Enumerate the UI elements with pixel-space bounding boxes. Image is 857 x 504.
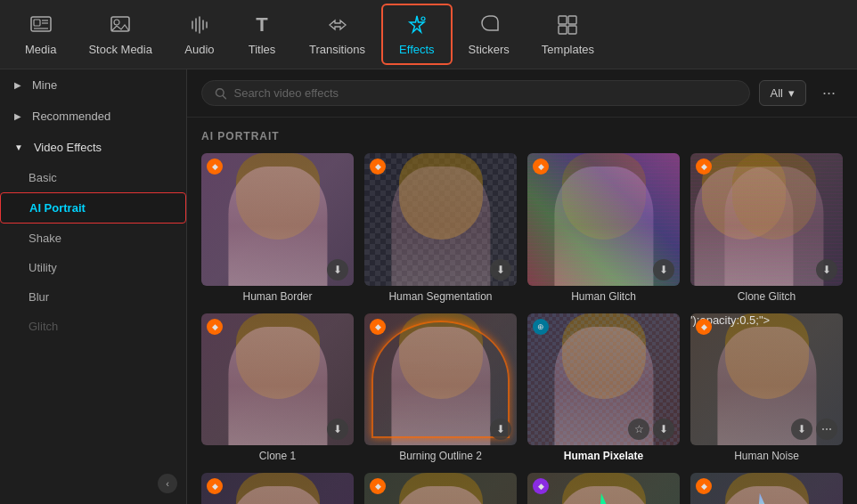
svg-rect-1 (34, 20, 40, 26)
filter-label: All (771, 86, 783, 100)
effect-name-clone-1: Clone 1 (201, 450, 354, 462)
effect-thumb-lightning-flash-1: ◆ ⬇ (527, 473, 680, 504)
more-options-button[interactable]: ··· (815, 80, 843, 106)
sidebar-item-video-effects[interactable]: ▼ Video Effects (0, 132, 186, 163)
nav-label-templates: Templates (542, 43, 594, 56)
nav-label-media: Media (25, 43, 56, 56)
effect-card-lightning-flash-1[interactable]: ◆ ⬇ Lightning Flash 1 (527, 473, 680, 504)
search-input[interactable] (233, 86, 736, 100)
nav-item-templates[interactable]: Templates (526, 5, 610, 63)
effect-badge-human-noise: ◆ (696, 319, 712, 335)
search-bar: All ▾ ··· (187, 69, 857, 118)
titles-icon: T (249, 12, 274, 37)
svg-point-7 (421, 17, 425, 20)
stock-media-icon (108, 12, 133, 37)
download-btn-human-glitch[interactable]: ⬇ (653, 259, 674, 280)
nav-item-stickers[interactable]: Stickers (453, 5, 526, 63)
svg-rect-9 (568, 16, 576, 24)
svg-rect-8 (559, 16, 567, 24)
sidebar-label-utility: Utility (29, 261, 57, 274)
effect-card-human-border[interactable]: ◆ ⬇ Human Border (201, 153, 354, 303)
content-area: All ▾ ··· AI PORTRAIT ◆ ⬇ H (187, 69, 857, 504)
chevron-icon-mine: ▶ (14, 80, 21, 90)
download-btn-clone-glitch[interactable]: ⬇ (816, 259, 837, 280)
chevron-icon-video-effects: ▼ (14, 142, 23, 152)
effect-thumb-human-segmentation: ◆ ⬇ (364, 153, 517, 286)
nav-label-stock-media: Stock Media (88, 43, 152, 56)
effect-badge-human-glitch: ◆ (533, 159, 549, 175)
templates-icon (555, 12, 580, 37)
effect-thumb-clone-glitch: ◆ ⬇ (690, 153, 843, 286)
effect-name-clone-glitch: Clone Glitch (690, 290, 843, 303)
effect-thumb-human-border: ◆ ⬇ (201, 153, 354, 286)
effect-badge-clone-glitch: ◆ (696, 159, 712, 175)
nav-item-stock-media[interactable]: Stock Media (72, 5, 168, 63)
effect-card-clone-1[interactable]: ◆ ⬇ Clone 1 (201, 313, 354, 463)
nav-item-transitions[interactable]: Transitions (293, 5, 381, 63)
effects-scroll-area[interactable]: AI PORTRAIT ◆ ⬇ Human Border (187, 118, 857, 504)
sidebar-item-basic[interactable]: Basic (0, 163, 186, 192)
sidebar-item-blur[interactable]: Blur (0, 282, 186, 312)
search-input-wrap[interactable] (201, 80, 750, 106)
sidebar-label-ai-portrait: AI Portrait (29, 201, 86, 215)
sidebar-item-shake[interactable]: Shake (0, 224, 186, 253)
nav-item-effects[interactable]: Effects (381, 4, 453, 65)
nav-label-transitions: Transitions (309, 43, 365, 56)
effect-name-human-noise: Human Noise (690, 450, 843, 462)
effect-card-clone-glitch[interactable]: ◆ ⬇ Clone Glitch (690, 153, 843, 303)
effect-card-neon-ring-2[interactable]: ◆ ⬇ Neon Ring 2 (364, 473, 517, 504)
svg-rect-10 (559, 26, 567, 34)
sidebar-collapse-button[interactable]: ‹ (158, 474, 177, 493)
sidebar-item-ai-portrait[interactable]: AI Portrait (0, 192, 186, 224)
top-navigation: Media Stock Media Audio T Titles Transi (0, 0, 857, 69)
sidebar-label-video-effects: Video Effects (34, 141, 102, 154)
sidebar-label-glitch: Glitch (29, 320, 58, 333)
effect-thumb-human-noise: ');opacity:0.5;"> ◆ ⋯ ⬇ (690, 313, 843, 446)
nav-label-audio: Audio (184, 43, 214, 56)
nav-label-titles: Titles (249, 43, 276, 56)
nav-item-audio[interactable]: Audio (168, 5, 231, 63)
sidebar-item-mine[interactable]: ▶ Mine (0, 69, 186, 101)
sidebar-label-blur: Blur (29, 290, 49, 304)
effect-name-human-border: Human Border (201, 290, 354, 303)
sidebar-item-glitch[interactable]: Glitch (0, 312, 186, 341)
effect-card-neon-flow-4[interactable]: ◆ ⬇ Neon Flow 4 (201, 473, 354, 504)
sidebar-label-recommended: Recommended (32, 110, 110, 123)
svg-rect-11 (568, 26, 576, 34)
effect-name-human-glitch: Human Glitch (527, 290, 680, 303)
nav-item-titles[interactable]: T Titles (231, 5, 293, 63)
sidebar-item-utility[interactable]: Utility (0, 253, 186, 282)
main-area: ▶ Mine ▶ Recommended ▼ Video Effects Bas… (0, 69, 857, 504)
sidebar-label-shake: Shake (29, 232, 61, 245)
effect-thumb-human-glitch: ◆ ⬇ (527, 153, 680, 286)
nav-item-media[interactable]: Media (9, 5, 72, 63)
effect-card-human-glitch[interactable]: ◆ ⬇ Human Glitch (527, 153, 680, 303)
effect-badge-human-pixelate: ⊕ (533, 319, 549, 335)
sidebar: ▶ Mine ▶ Recommended ▼ Video Effects Bas… (0, 69, 187, 504)
media-icon (29, 12, 53, 37)
effect-thumb-neon-flow-4: ◆ ⬇ (201, 473, 354, 504)
download-btn-human-segmentation[interactable]: ⬇ (490, 259, 511, 280)
effect-thumb-neon-ring-2: ◆ ⬇ (364, 473, 517, 504)
effect-card-human-segmentation[interactable]: ◆ ⬇ Human Segmentation (364, 153, 517, 303)
effects-icon (404, 12, 429, 37)
effect-thumb-human-pixelate: ⊕ ☆ ⬇ (527, 313, 680, 446)
effect-thumb-clone-1: ◆ ⬇ (201, 313, 354, 446)
effect-badge-human-segmentation: ◆ (370, 159, 386, 175)
sidebar-item-recommended[interactable]: ▶ Recommended (0, 101, 186, 132)
section-title: AI PORTRAIT (201, 130, 843, 142)
sidebar-label-mine: Mine (32, 78, 57, 92)
effect-card-human-noise[interactable]: ');opacity:0.5;"> ◆ ⋯ ⬇ Human Noise (690, 313, 843, 463)
effect-name-human-pixelate: Human Pixelate (527, 450, 680, 462)
effects-grid: ◆ ⬇ Human Border ◆ ⬇ Human Segmentation (201, 153, 843, 504)
filter-button[interactable]: All ▾ (759, 80, 806, 106)
effect-card-human-pixelate[interactable]: ⊕ ☆ ⬇ Human Pixelate (527, 313, 680, 463)
effect-badge-burning-outline: ◆ (370, 319, 386, 335)
effect-badge-clone-1: ◆ (207, 319, 223, 335)
transitions-icon (325, 12, 350, 37)
download-btn-human-border[interactable]: ⬇ (327, 259, 348, 280)
svg-line-13 (223, 95, 225, 98)
chevron-down-icon: ▾ (788, 86, 795, 100)
effect-card-burning-outline[interactable]: ◆ ⬇ Burning Outline 2 (364, 313, 517, 463)
effect-card-lightning-flash-2[interactable]: ◆ ⬇ Lightning Flash 2 (690, 473, 843, 504)
